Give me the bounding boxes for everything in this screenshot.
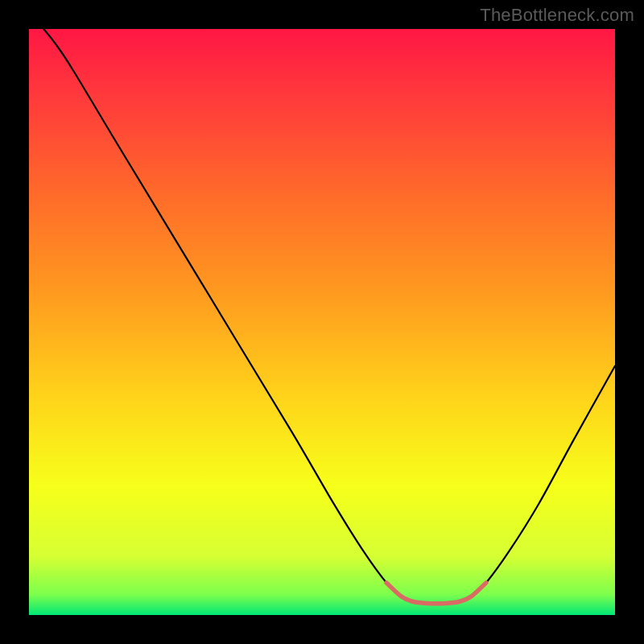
watermark-text: TheBottleneck.com bbox=[480, 5, 634, 26]
plot-area bbox=[29, 29, 615, 615]
gradient-background bbox=[29, 29, 615, 615]
chart-frame: TheBottleneck.com bbox=[0, 0, 644, 644]
chart-svg bbox=[29, 29, 615, 615]
